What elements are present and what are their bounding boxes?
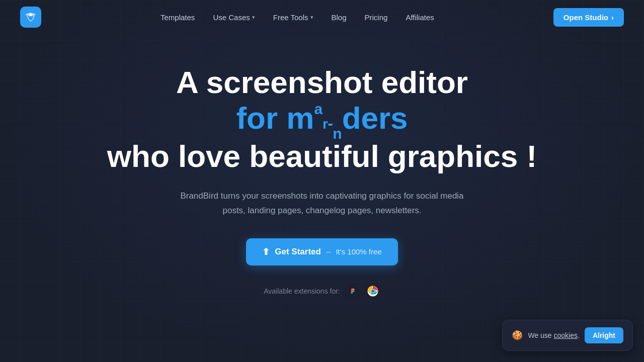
hero-title-prefix: for m bbox=[236, 101, 314, 135]
hero-title-super: a bbox=[314, 101, 323, 117]
hero-title-line2: for mar-nders bbox=[236, 100, 408, 136]
nav-link-use-cases[interactable]: Use Cases ▾ bbox=[206, 9, 262, 26]
figma-icon[interactable] bbox=[345, 284, 360, 299]
nav-item-blog[interactable]: Blog bbox=[325, 9, 354, 26]
open-studio-arrow-icon: › bbox=[611, 13, 614, 22]
svg-point-4 bbox=[371, 290, 374, 293]
cookies-link[interactable]: cookies bbox=[554, 331, 578, 339]
cookie-emoji: 🍪 bbox=[512, 330, 523, 341]
hero-title-line3: who love beautiful graphics ! bbox=[107, 138, 537, 174]
extensions-row: Available extensions for: bbox=[264, 284, 380, 299]
nav-item-templates[interactable]: Templates bbox=[153, 9, 202, 26]
get-started-button[interactable]: ⬆ Get Started – It's 100% free bbox=[246, 238, 397, 265]
use-cases-chevron-icon: ▾ bbox=[252, 14, 255, 21]
nav-link-pricing[interactable]: Pricing bbox=[358, 9, 395, 26]
nav-item-pricing[interactable]: Pricing bbox=[358, 9, 395, 26]
nav-links: Templates Use Cases ▾ Free Tools ▾ Blog … bbox=[153, 9, 441, 26]
hero-title-suffix: ders bbox=[342, 101, 408, 135]
navbar: Templates Use Cases ▾ Free Tools ▾ Blog … bbox=[0, 0, 644, 34]
hero-title-line1: A screenshot editor bbox=[176, 64, 468, 100]
nav-item-affiliates[interactable]: Affiliates bbox=[398, 9, 441, 26]
cta-upload-icon: ⬆ bbox=[262, 246, 270, 257]
nav-item-use-cases[interactable]: Use Cases ▾ bbox=[206, 9, 262, 26]
nav-link-free-tools[interactable]: Free Tools ▾ bbox=[266, 9, 320, 26]
hero-title-strikethrough: - bbox=[328, 116, 333, 132]
svg-point-0 bbox=[30, 14, 32, 16]
open-studio-label: Open Studio bbox=[564, 13, 608, 22]
cta-separator: – bbox=[326, 247, 331, 257]
nav-item-free-tools[interactable]: Free Tools ▾ bbox=[266, 9, 320, 26]
cta-free-label: It's 100% free bbox=[336, 247, 381, 256]
nav-link-templates[interactable]: Templates bbox=[153, 9, 202, 26]
hero-subtitle: BrandBird turns your screenshots into ca… bbox=[176, 189, 468, 218]
chrome-icon[interactable] bbox=[365, 284, 380, 299]
cookie-banner: 🍪 We use cookies. Alright bbox=[502, 320, 633, 351]
hero-title-sub: n bbox=[333, 125, 342, 142]
alright-button[interactable]: Alright bbox=[585, 327, 623, 343]
hero-title-dash: r bbox=[323, 116, 328, 132]
nav-link-blog[interactable]: Blog bbox=[325, 9, 354, 26]
extensions-label: Available extensions for: bbox=[264, 287, 340, 295]
nav-link-affiliates[interactable]: Affiliates bbox=[398, 9, 441, 26]
open-studio-button[interactable]: Open Studio › bbox=[553, 8, 624, 27]
cookie-text: We use cookies. bbox=[528, 331, 579, 339]
hero-subtitle-text: BrandBird turns your screenshots into ca… bbox=[180, 191, 463, 215]
free-tools-chevron-icon: ▾ bbox=[310, 14, 313, 21]
logo-icon bbox=[20, 7, 41, 28]
cta-main-label: Get Started bbox=[275, 247, 321, 257]
hero-section: A screenshot editor for mar-nders who lo… bbox=[0, 34, 644, 299]
logo[interactable] bbox=[20, 7, 41, 28]
